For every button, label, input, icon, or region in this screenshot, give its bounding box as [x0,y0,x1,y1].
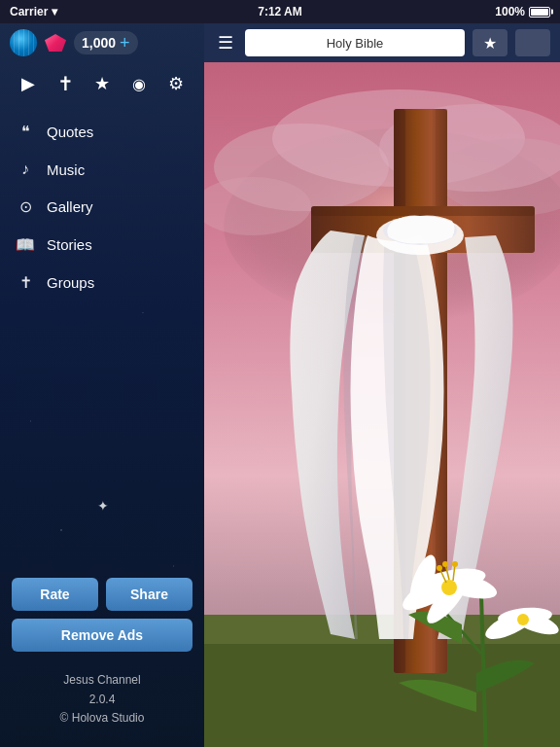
btn-row: Rate Share [12,578,192,611]
sidebar-top: 1,000 + [0,23,204,62]
status-bar: Carrier ▾ 7:12 AM 100% [0,0,560,23]
settings-nav-icon[interactable]: ⚙ [162,70,190,97]
coins-display: 1,000 + [74,31,138,54]
right-topbar: ☰ Holy Bible ★ [204,23,560,62]
star-nav-icon[interactable]: ★ [88,70,116,97]
stories-icon: 📖 [16,235,35,254]
main-container: 1,000 + ▶ ✝ ★ ◉ ⚙ ❝ Quotes ♪ Music ⊙ Gal [0,23,560,747]
share-button[interactable]: Share [106,578,192,611]
cross-nav-icon[interactable]: ✝ [52,70,79,97]
app-version: 2.0.4 [16,691,189,709]
sidebar-item-music[interactable]: ♪ Music [0,151,204,188]
nav-toolbar: ▶ ✝ ★ ◉ ⚙ [0,62,204,105]
sidebar: 1,000 + ▶ ✝ ★ ◉ ⚙ ❝ Quotes ♪ Music ⊙ Gal [0,23,204,747]
question-nav-icon[interactable]: ◉ [125,70,153,97]
quotes-label: Quotes [47,124,93,140]
svg-rect-13 [311,206,535,216]
svg-point-28 [452,561,458,567]
star-decoration: ✦ [97,498,109,514]
right-panel: ☰ Holy Bible ★ [204,23,560,747]
app-copyright: © Holova Studio [16,709,189,728]
gem-icon [45,34,66,52]
app-name: Jesus Channel [16,671,189,690]
coins-add-button[interactable]: + [120,34,130,52]
tab-extra[interactable] [515,29,550,56]
tab-favorites[interactable]: ★ [472,29,508,56]
coins-value: 1,000 [82,35,116,51]
app-info: Jesus Channel 2.0.4 © Holova Studio [0,661,204,747]
groups-label: Groups [47,274,94,291]
music-icon: ♪ [16,160,35,178]
svg-point-27 [442,561,448,567]
cross-scene-area [204,62,560,747]
svg-rect-8 [204,644,560,747]
sidebar-item-groups[interactable]: ✝ Groups [0,264,204,302]
sidebar-item-stories[interactable]: 📖 Stories [0,226,204,264]
groups-icon: ✝ [16,273,35,292]
rate-button[interactable]: Rate [12,578,98,611]
play-icon[interactable]: ▶ [15,70,42,97]
wifi-icon: ▾ [52,5,57,18]
globe-icon[interactable] [10,29,37,56]
tab-holy-bible[interactable]: Holy Bible [245,29,465,56]
status-left: Carrier ▾ [10,5,57,18]
stories-label: Stories [47,236,92,253]
gallery-label: Gallery [47,198,93,215]
svg-point-29 [437,565,442,571]
hamburger-icon[interactable]: ☰ [214,28,237,57]
remove-ads-button[interactable]: Remove Ads [12,619,192,652]
battery-text: 100% [495,5,525,18]
carrier-text: Carrier [10,5,48,18]
status-right: 100% [495,5,550,18]
time-display: 7:12 AM [258,5,302,18]
svg-point-23 [441,580,457,595]
action-buttons: Rate Share Remove Ads [0,568,204,661]
sidebar-item-quotes[interactable]: ❝ Quotes [0,113,204,151]
sidebar-item-gallery[interactable]: ⊙ Gallery [0,188,204,226]
music-label: Music [47,161,85,178]
svg-point-33 [517,614,529,625]
battery-icon [529,7,550,18]
quotes-icon: ❝ [16,123,35,141]
gallery-icon: ⊙ [16,197,35,216]
cross-scene [204,62,560,747]
